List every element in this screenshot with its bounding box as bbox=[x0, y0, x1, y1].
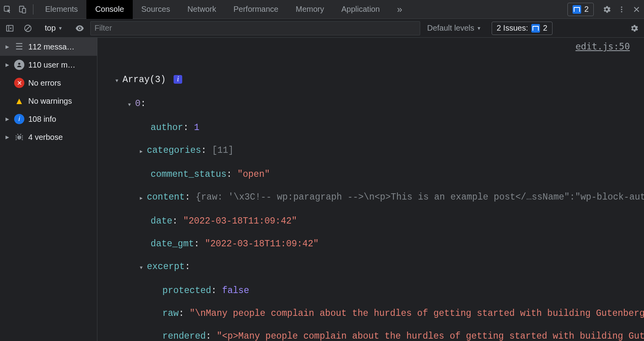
prop-key: categories bbox=[147, 145, 201, 156]
log-line[interactable]: rendered: "<p>Many people complain about… bbox=[115, 331, 644, 341]
expand-icon: ▶ bbox=[5, 116, 10, 122]
info-icon: i bbox=[14, 114, 24, 124]
prop-key: content bbox=[147, 192, 185, 202]
log-line[interactable]: date_gmt: "2022-03-18T11:09:42" bbox=[115, 238, 644, 250]
sidebar-label: 4 verbose bbox=[28, 133, 63, 142]
prop-value: {raw: '\x3C!-- wp:paragraph -->\n<p>This… bbox=[196, 192, 644, 202]
issues-icon bbox=[573, 5, 581, 14]
console-settings-icon[interactable] bbox=[627, 21, 642, 36]
expand-icon[interactable]: ▶ bbox=[140, 146, 147, 158]
bug-icon bbox=[14, 132, 24, 142]
svg-point-3 bbox=[621, 6, 622, 7]
log-line[interactable]: author: 1 bbox=[115, 122, 644, 134]
log-line[interactable]: protected: false bbox=[115, 285, 644, 297]
prop-key: author bbox=[151, 123, 183, 133]
inspect-element-icon[interactable] bbox=[0, 0, 15, 19]
issues-label: 2 Issues: bbox=[497, 24, 528, 33]
log-line[interactable]: ▼0: bbox=[115, 98, 644, 111]
prop-value: "open" bbox=[237, 169, 270, 180]
svg-line-9 bbox=[26, 26, 30, 30]
sidebar-label: No errors bbox=[28, 79, 61, 88]
prop-value: "2022-03-18T11:09:42" bbox=[205, 239, 319, 249]
prop-value: "<p>Many people complain about the hurdl… bbox=[217, 331, 644, 341]
prop-key: comment_status bbox=[151, 169, 227, 180]
tab-memory[interactable]: Memory bbox=[287, 0, 333, 19]
log-line[interactable]: ▶content: {raw: '\x3C!-- wp:paragraph --… bbox=[115, 192, 644, 204]
sidebar-label: 112 messa… bbox=[28, 42, 75, 51]
tabs-list: Elements Console Sources Network Perform… bbox=[37, 0, 411, 19]
tab-console[interactable]: Console bbox=[86, 0, 132, 19]
log-line[interactable]: ▼Array(3) i bbox=[115, 74, 644, 87]
source-link[interactable]: edit.js:50 bbox=[576, 41, 630, 52]
tab-performance[interactable]: Performance bbox=[225, 0, 287, 19]
sidebar-row-verbose[interactable]: ▶ 4 verbose bbox=[0, 128, 97, 146]
separator bbox=[33, 4, 33, 15]
sidebar-row-all-messages[interactable]: ▶ ☰ 112 messa… bbox=[0, 38, 97, 56]
sidebar-row-user-messages[interactable]: ▶ 110 user m… bbox=[0, 56, 97, 74]
issues-summary[interactable]: 2 Issues: 2 bbox=[492, 22, 553, 35]
issues-count: 2 bbox=[543, 24, 547, 33]
issues-button[interactable]: 2 bbox=[567, 3, 594, 16]
chevron-down-icon: ▼ bbox=[58, 26, 63, 31]
log-line[interactable]: date: "2022-03-18T11:09:42" bbox=[115, 216, 644, 227]
expand-icon: ▶ bbox=[5, 134, 10, 140]
prop-value: false bbox=[222, 286, 249, 296]
sidebar-row-info[interactable]: ▶ i 108 info bbox=[0, 110, 97, 128]
log-line[interactable]: raw: "\nMany people complain about the h… bbox=[115, 308, 644, 319]
prop-key: raw bbox=[163, 308, 179, 319]
clear-console-icon[interactable] bbox=[20, 21, 35, 36]
prop-key: rendered bbox=[163, 331, 206, 341]
error-icon: ✕ bbox=[14, 78, 24, 88]
issues-icon bbox=[531, 24, 540, 33]
tab-network[interactable]: Network bbox=[179, 0, 225, 19]
prop-key: protected bbox=[163, 286, 211, 296]
execution-context-selector[interactable]: top ▼ bbox=[42, 22, 66, 34]
collapse-icon[interactable]: ▼ bbox=[140, 262, 147, 274]
console-body: ▶ ☰ 112 messa… ▶ 110 user m… ✕ No errors… bbox=[0, 38, 644, 341]
prop-value: "2022-03-18T11:09:42" bbox=[183, 216, 297, 226]
tab-sources[interactable]: Sources bbox=[133, 0, 179, 19]
kebab-menu-icon[interactable] bbox=[614, 0, 629, 19]
array-header: Array(3) bbox=[123, 75, 166, 85]
tabs-overflow-icon[interactable]: » bbox=[388, 0, 411, 19]
prop-value: "\nMany people complain about the hurdle… bbox=[190, 308, 644, 319]
info-badge-icon[interactable]: i bbox=[174, 75, 182, 84]
log-line[interactable]: comment_status: "open" bbox=[115, 169, 644, 180]
collapse-icon[interactable]: ▼ bbox=[128, 99, 135, 111]
expand-icon: ▶ bbox=[5, 44, 10, 50]
issues-count: 2 bbox=[584, 5, 589, 14]
sidebar-row-warnings[interactable]: ▲ No warnings bbox=[0, 92, 97, 110]
console-output[interactable]: edit.js:50 ▼Array(3) i ▼0: author: 1 ▶ca… bbox=[97, 38, 644, 341]
device-toolbar-icon[interactable] bbox=[15, 0, 30, 19]
expand-icon[interactable]: ▶ bbox=[140, 193, 147, 204]
sidebar-row-errors[interactable]: ✕ No errors bbox=[0, 74, 97, 92]
close-icon[interactable] bbox=[629, 0, 644, 19]
tab-application[interactable]: Application bbox=[333, 0, 388, 19]
user-icon bbox=[14, 60, 24, 70]
svg-point-10 bbox=[18, 63, 20, 65]
sidebar-label: No warnings bbox=[28, 97, 72, 106]
toggle-sidebar-icon[interactable] bbox=[2, 21, 17, 36]
context-label: top bbox=[45, 24, 56, 33]
prop-key: 0 bbox=[135, 99, 141, 109]
prop-value: [11] bbox=[212, 145, 234, 156]
prop-key: date bbox=[151, 216, 172, 226]
svg-point-4 bbox=[621, 9, 622, 10]
filter-input[interactable] bbox=[90, 21, 420, 35]
log-levels-selector[interactable]: Default levels ▼ bbox=[423, 24, 485, 33]
levels-label: Default levels bbox=[427, 24, 474, 33]
live-expression-icon[interactable] bbox=[72, 21, 87, 36]
prop-key: excerpt bbox=[147, 262, 185, 272]
tab-elements[interactable]: Elements bbox=[37, 0, 86, 19]
svg-point-5 bbox=[621, 11, 622, 12]
svg-rect-2 bbox=[22, 8, 26, 13]
sidebar-label: 108 info bbox=[28, 115, 56, 124]
collapse-icon[interactable]: ▼ bbox=[115, 75, 123, 87]
prop-value: 1 bbox=[194, 123, 199, 133]
list-icon: ☰ bbox=[14, 42, 24, 52]
chevron-down-icon: ▼ bbox=[477, 26, 481, 31]
filter-field-wrapper bbox=[90, 21, 420, 35]
settings-icon[interactable] bbox=[599, 0, 614, 19]
log-line[interactable]: ▼excerpt: bbox=[115, 261, 644, 274]
log-line[interactable]: ▶categories: [11] bbox=[115, 145, 644, 158]
